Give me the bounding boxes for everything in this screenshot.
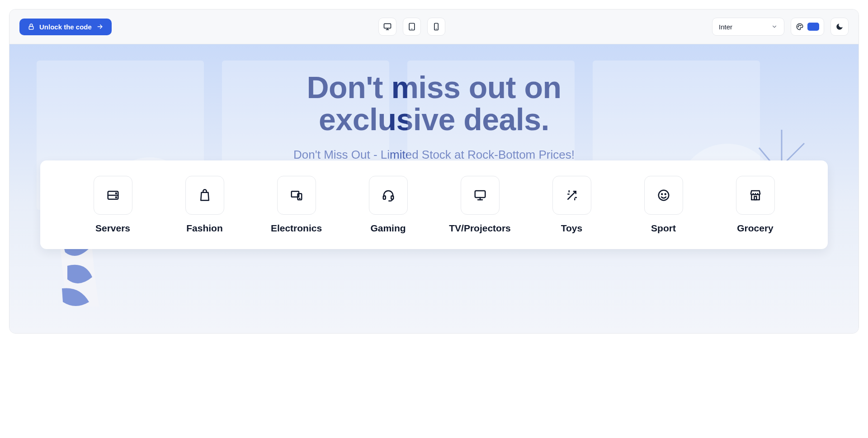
svg-point-27: [661, 193, 662, 194]
hero-title-line2: exclusive deals.: [319, 102, 549, 137]
svg-point-10: [799, 25, 800, 26]
mobile-view-button[interactable]: [427, 18, 445, 36]
category-fashion[interactable]: Fashion: [161, 176, 248, 234]
headset-icon: [369, 176, 408, 215]
category-label: TV/Projectors: [449, 223, 511, 234]
store-icon: [736, 176, 775, 215]
desktop-icon: [383, 22, 392, 31]
tablet-view-button[interactable]: [403, 18, 421, 36]
category-grocery[interactable]: Grocery: [712, 176, 799, 234]
category-label: Grocery: [737, 223, 774, 234]
svg-rect-21: [383, 196, 385, 199]
category-label: Toys: [561, 223, 582, 234]
svg-rect-29: [754, 196, 756, 200]
category-sport[interactable]: Sport: [620, 176, 707, 234]
svg-point-11: [800, 25, 801, 26]
svg-rect-0: [29, 26, 33, 29]
svg-point-16: [115, 193, 116, 193]
unlock-code-button[interactable]: Unlock the code: [19, 19, 112, 35]
hero-title-line1: Don't miss out on: [307, 70, 561, 104]
palette-icon: [796, 23, 804, 31]
preview-frame: Unlock the code Inter: [9, 9, 859, 334]
desktop-view-button[interactable]: [378, 18, 396, 36]
devices-icon: [277, 176, 316, 215]
monitor-icon: [461, 176, 500, 215]
svg-point-28: [665, 193, 665, 194]
svg-point-9: [798, 26, 799, 27]
svg-point-26: [658, 190, 669, 201]
lock-icon: [28, 23, 35, 30]
color-picker-button[interactable]: [791, 18, 824, 36]
tablet-icon: [407, 22, 416, 31]
category-card: Servers Fashion Electronics Gaming: [40, 160, 828, 249]
category-gaming[interactable]: Gaming: [344, 176, 432, 234]
category-electronics[interactable]: Electronics: [253, 176, 340, 234]
unlock-code-label: Unlock the code: [39, 23, 92, 31]
mobile-icon: [432, 22, 441, 31]
category-toys[interactable]: Toys: [528, 176, 615, 234]
svg-point-17: [115, 197, 116, 198]
device-preview-group: [378, 18, 445, 36]
dark-mode-button[interactable]: [830, 18, 849, 36]
font-select[interactable]: Inter: [712, 18, 784, 36]
category-servers[interactable]: Servers: [69, 176, 156, 234]
font-select-value: Inter: [719, 23, 732, 31]
category-label: Gaming: [370, 223, 406, 234]
swatch-preview: [807, 23, 819, 31]
smile-icon: [644, 176, 683, 215]
shopping-bag-icon: [185, 176, 224, 215]
category-tv-projectors[interactable]: TV/Projectors: [436, 176, 524, 234]
right-toolbar-group: Inter: [712, 18, 849, 36]
wand-icon: [552, 176, 591, 215]
category-label: Servers: [95, 223, 130, 234]
hero-subtitle: Don't Miss Out - Limited Stock at Rock-B…: [19, 148, 849, 162]
category-label: Electronics: [271, 223, 322, 234]
hero-title: Don't miss out on exclusive deals.: [19, 71, 849, 136]
chevron-down-icon: [771, 24, 778, 30]
arrow-right-icon: [96, 23, 104, 30]
hero-section: Don't miss out on exclusive deals. Don't…: [9, 44, 859, 333]
svg-rect-2: [384, 24, 391, 28]
server-icon: [94, 176, 132, 215]
category-label: Fashion: [186, 223, 223, 234]
svg-rect-23: [475, 191, 485, 198]
category-label: Sport: [651, 223, 676, 234]
moon-icon: [835, 23, 844, 31]
top-toolbar: Unlock the code Inter: [9, 9, 859, 44]
